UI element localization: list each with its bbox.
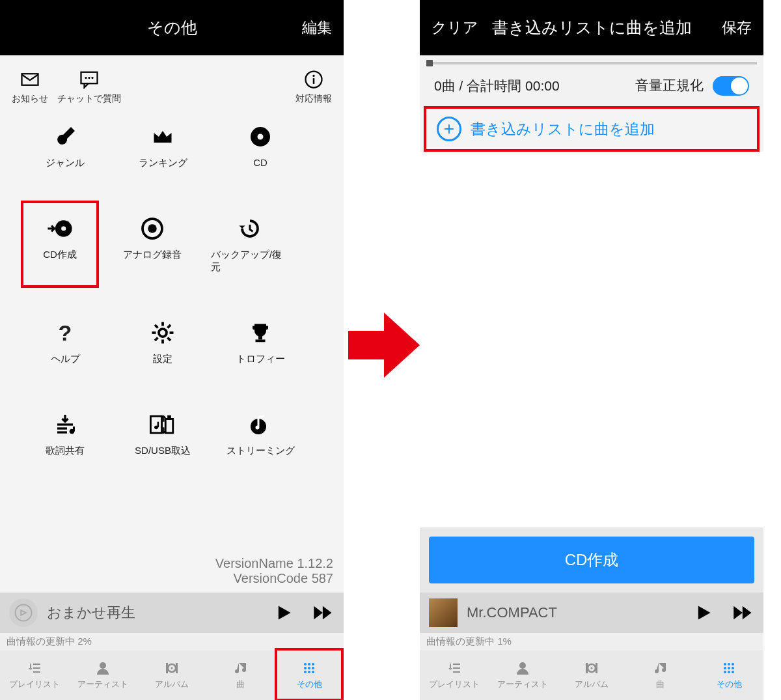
svg-point-6 [312, 75, 314, 77]
normalize-toggle[interactable] [713, 76, 749, 96]
grid-dots-icon [301, 660, 317, 676]
grid-ranking-label: ランキング [139, 157, 187, 169]
svg-point-4 [91, 77, 93, 79]
trophy-icon [249, 319, 272, 346]
now-playing-bar-right[interactable]: Mr.COMPACT [420, 593, 763, 633]
grid-settings[interactable]: 設定 [124, 319, 202, 365]
plus-icon: + [437, 117, 461, 141]
tab-song[interactable]: 曲 [206, 651, 275, 700]
tab-artist[interactable]: アーティスト [69, 651, 138, 700]
empty-list-area [420, 152, 763, 527]
svg-point-9 [258, 134, 264, 140]
tab-song-label: 曲 [656, 679, 665, 690]
album-art-placeholder [9, 598, 38, 627]
svg-point-58 [519, 662, 526, 669]
svg-line-22 [168, 325, 171, 328]
notice-button[interactable]: お知らせ [12, 70, 48, 105]
cdcreate-icon [47, 215, 73, 242]
grid-trophy[interactable]: トロフィー [221, 319, 299, 365]
svg-line-19 [155, 325, 158, 328]
status-text: 曲情報の更新中 2% [0, 633, 344, 651]
play-icon[interactable] [694, 604, 713, 622]
tab-album[interactable]: アルバム [557, 651, 626, 700]
playlist-icon [446, 660, 462, 676]
grid-streaming[interactable]: ストリーミング [221, 411, 299, 457]
grid-ranking[interactable]: ランキング [124, 123, 202, 169]
svg-rect-33 [165, 419, 172, 432]
lyrics-icon [53, 411, 77, 438]
tab-song[interactable]: 曲 [626, 651, 695, 700]
grid-lyrics[interactable]: 歌詞共有 [26, 411, 104, 457]
svg-point-66 [724, 667, 726, 669]
tab-album[interactable]: アルバム [137, 651, 206, 700]
screen-other: その他 編集 お知らせ チャットで質問 対応情報 ジャンル [0, 0, 344, 700]
chat-icon [77, 70, 102, 89]
grid-sdusb[interactable]: SD/USB取込 [124, 411, 202, 457]
grid-streaming-label: ストリーミング [226, 445, 295, 457]
svg-point-37 [16, 605, 32, 621]
now-playing-bar[interactable]: おまかせ再生 [0, 593, 344, 633]
normalize-label: 音量正規化 [635, 77, 704, 92]
svg-point-46 [304, 663, 307, 665]
grid-backup[interactable]: バックアップ/復元 [211, 215, 289, 273]
tab-bar-right: プレイリスト アーティスト アルバム 曲 その他 [420, 651, 763, 700]
other-grid: ジャンル ランキング CD CD作成 アナログ録音 バックア [0, 110, 344, 556]
grid-settings-label: 設定 [153, 353, 172, 365]
grid-genre[interactable]: ジャンル [26, 123, 104, 169]
grid-cdcreate-label: CD作成 [43, 249, 77, 261]
grid-cd-label: CD [253, 157, 267, 168]
edit-button[interactable]: 編集 [302, 18, 332, 38]
svg-rect-24 [256, 340, 266, 343]
svg-point-52 [304, 671, 307, 673]
grid-genre-label: ジャンル [46, 157, 85, 169]
version-code: VersionCode 587 [0, 571, 333, 586]
cd-button-container: CD作成 [420, 527, 763, 593]
tab-playlist[interactable]: プレイリスト [0, 651, 69, 700]
info-button[interactable]: 対応情報 [295, 70, 332, 105]
tab-artist[interactable]: アーティスト [489, 651, 558, 700]
info-icon [301, 70, 326, 89]
guitar-icon [53, 123, 77, 150]
svg-point-51 [312, 667, 314, 669]
svg-point-2 [85, 77, 87, 79]
header: その他 編集 [0, 0, 344, 55]
grid-help[interactable]: ? ヘルプ [26, 319, 104, 365]
burn-count: 0曲 / 合計時間 00:00 [434, 77, 560, 95]
save-button[interactable]: 保存 [722, 18, 752, 38]
tab-album-label: アルバム [155, 679, 189, 690]
tab-playlist[interactable]: プレイリスト [420, 651, 489, 700]
cd-icon [249, 123, 272, 150]
add-songs-button[interactable]: + 書き込みリストに曲を追加 [424, 106, 760, 152]
info-label: 対応情報 [295, 93, 332, 105]
header-title-right: 書き込みリストに曲を追加 [492, 17, 692, 38]
grid-cd[interactable]: CD [221, 123, 299, 169]
svg-point-54 [312, 671, 314, 673]
playlist-icon [27, 660, 42, 676]
grid-cdcreate[interactable]: CD作成 [21, 201, 99, 288]
svg-point-69 [724, 671, 726, 673]
normalize-row: 音量正規化 [635, 76, 749, 96]
version-name: VersionName 1.12.2 [0, 556, 333, 571]
svg-point-48 [312, 663, 314, 665]
tab-other[interactable]: その他 [275, 651, 344, 700]
grid-sdusb-label: SD/USB取込 [135, 445, 191, 457]
svg-point-71 [732, 671, 734, 673]
clear-button[interactable]: クリア [432, 18, 478, 38]
svg-point-41 [100, 662, 106, 669]
svg-line-21 [155, 338, 158, 341]
next-icon[interactable] [732, 604, 754, 622]
play-icon[interactable] [275, 604, 293, 622]
burn-progress-area: 0曲 / 合計時間 00:00 音量正規化 [420, 55, 763, 106]
chat-button[interactable]: チャットで質問 [57, 70, 121, 105]
svg-point-64 [728, 663, 730, 665]
cd-create-button[interactable]: CD作成 [429, 537, 754, 583]
next-icon[interactable] [312, 604, 335, 622]
grid-backup-label: バックアップ/復元 [211, 249, 289, 273]
gear-icon [151, 319, 174, 346]
tab-other[interactable]: その他 [694, 651, 763, 700]
burn-progress[interactable] [426, 62, 757, 64]
svg-point-62 [590, 667, 592, 669]
grid-analog[interactable]: アナログ録音 [113, 215, 191, 273]
svg-point-14 [159, 329, 167, 337]
svg-rect-30 [150, 416, 161, 433]
